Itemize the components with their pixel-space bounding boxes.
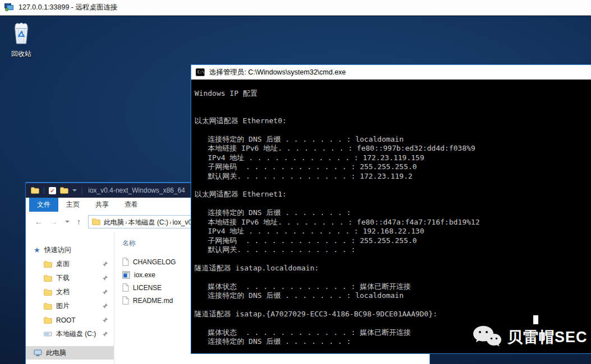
breadcrumb-chevron-icon: ›	[124, 219, 128, 226]
sidebar-item-documents[interactable]: 文档	[26, 285, 114, 299]
forward-arrow-icon[interactable]: →	[50, 217, 58, 226]
cmd-window-title: 选择管理员: C:\Windows\system32\cmd.exe	[209, 68, 346, 77]
explorer-sidebar: ★ 快速访问 桌面下载文档图片ROOT本地磁盘 (C:) 此电脑	[26, 232, 114, 364]
sidebar-item-desktop[interactable]: 桌面	[26, 257, 114, 271]
remote-desktop-icon	[4, 3, 14, 12]
sidebar-item-label: 本地磁盘 (C:)	[56, 329, 98, 339]
cmd-icon: C:\	[196, 68, 205, 76]
cmd-output[interactable]: Windows IP 配置 以太网适配器 Ethernet0: 连接特定的 DN…	[191, 80, 591, 353]
sidebar-item-this-pc[interactable]: 此电脑	[26, 346, 114, 360]
pin-icon	[102, 317, 108, 323]
sidebar-item-label: 桌面	[56, 259, 98, 269]
breadcrumb-item[interactable]: 此电脑	[104, 218, 124, 226]
quick-access-star-icon: ★	[34, 246, 40, 254]
cmd-window: C:\ 选择管理员: C:\Windows\system32\cmd.exe W…	[191, 64, 591, 354]
file-name: CHANGELOG	[133, 258, 176, 266]
document-icon	[122, 296, 129, 305]
folder-downloads-icon	[44, 275, 52, 282]
file-name: README.md	[133, 297, 173, 305]
tab-view[interactable]: 查看	[117, 198, 146, 212]
watermark-text: 贝雷帽SEC	[507, 327, 588, 347]
new-folder-quick-access-icon[interactable]	[60, 187, 68, 194]
up-arrow-icon[interactable]: ↑	[77, 217, 81, 226]
folder-documents-icon	[44, 289, 52, 296]
pin-icon	[102, 275, 108, 281]
back-arrow-icon[interactable]: ←	[35, 217, 43, 226]
recycle-bin-desktop-icon[interactable]: 回收站	[6, 22, 37, 59]
tab-share[interactable]: 共享	[87, 198, 117, 212]
disk-icon	[44, 331, 52, 337]
document-icon	[122, 283, 129, 292]
sidebar-item-quick-access[interactable]: ★ 快速访问	[26, 243, 114, 257]
pin-icon	[102, 303, 108, 309]
sidebar-item-label: 文档	[56, 287, 98, 297]
explorer-window-title: iox_v0.4-next_Windows_x86_64	[88, 186, 185, 194]
recent-locations-chevron-icon[interactable]	[65, 221, 70, 223]
sidebar-item-label: ROOT	[56, 316, 98, 324]
sidebar-item-local-disk-c[interactable]: 本地磁盘 (C:)	[26, 327, 114, 341]
folder-icon	[44, 317, 52, 324]
executable-icon	[122, 271, 130, 279]
tab-file[interactable]: 文件	[29, 198, 58, 212]
document-icon	[122, 258, 129, 266]
sidebar-item-label: 图片	[56, 301, 98, 311]
sidebar-item-label: 下载	[56, 273, 98, 283]
folder-pictures-icon	[44, 303, 52, 310]
folder-icon	[92, 218, 100, 225]
recycle-bin-icon	[12, 22, 31, 45]
wechat-icon	[472, 324, 502, 350]
sidebar-item-pictures[interactable]: 图片	[26, 299, 114, 313]
pin-icon	[102, 289, 108, 295]
properties-quick-access-icon[interactable]: ✓	[49, 187, 56, 194]
sidebar-item-downloads[interactable]: 下载	[26, 271, 114, 285]
folder-icon	[31, 187, 39, 194]
cmd-titlebar[interactable]: C:\ 选择管理员: C:\Windows\system32\cmd.exe	[191, 65, 591, 80]
tab-home[interactable]: 主页	[58, 198, 87, 212]
recycle-bin-label: 回收站	[6, 49, 37, 59]
customize-toolbar-chevron-icon[interactable]	[72, 189, 77, 192]
pin-icon	[102, 331, 108, 337]
this-pc-icon	[34, 349, 42, 357]
pin-icon	[102, 261, 108, 267]
sidebar-item-root[interactable]: ROOT	[26, 313, 114, 327]
rdp-title-bar: 127.0.0.1:33899 - 远程桌面连接	[0, 0, 591, 16]
file-name: iox.exe	[134, 271, 155, 279]
watermark-bar	[533, 315, 538, 324]
watermark: 贝雷帽SEC	[472, 324, 588, 350]
breadcrumb-chevron-icon: ›	[168, 219, 173, 226]
file-name: LICENSE	[133, 284, 161, 292]
folder-desktop-icon	[44, 261, 52, 268]
rdp-title: 127.0.0.1:33899 - 远程桌面连接	[19, 3, 117, 12]
breadcrumb-item[interactable]: 本地磁盘 (C:)	[128, 218, 168, 226]
